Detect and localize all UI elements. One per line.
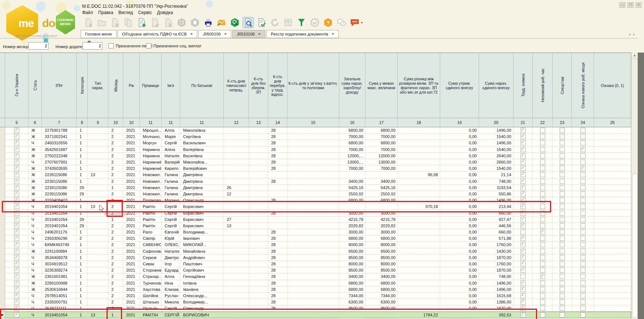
ozn_nov-checkbox[interactable]	[580, 229, 586, 235]
ozn_nov-checkbox[interactable]	[580, 166, 586, 171]
nepov-checkbox[interactable]	[540, 299, 545, 305]
minimize-icon[interactable]: —	[619, 2, 626, 8]
nepov-checkbox[interactable]	[540, 242, 545, 247]
table-row[interactable]: Ж22391150862922021Новожил...ГалинаДмитрі…	[0, 191, 631, 197]
ozn_nov-checkbox[interactable]	[580, 191, 586, 197]
trud_kn-checkbox[interactable]	[520, 172, 526, 177]
column-header-zag_suma[interactable]: Загальна сума нарах. заробітку/ доходу	[339, 53, 365, 118]
trud_kn-checkbox[interactable]	[520, 312, 526, 318]
trud_kn-checkbox[interactable]	[520, 191, 526, 197]
grn-checkbox[interactable]	[14, 166, 19, 171]
spec-checkbox[interactable]	[560, 281, 565, 286]
tab-Об'єднана звітність ПДФО та ЄСВ[interactable]: Об'єднана звітність ПДФО та ЄСВ✕	[118, 30, 198, 38]
table-row[interactable]: Ч3534408378122021СерковДмитроАндрійович2…	[0, 255, 631, 261]
grn-checkbox[interactable]	[14, 281, 19, 286]
trud_kn-checkbox[interactable]	[520, 140, 526, 145]
nepov-checkbox[interactable]	[540, 185, 545, 190]
tab-scroll-arrows[interactable]: ◂ ▸	[628, 32, 636, 37]
column-header-dni_nepr[interactable]: К-сть днів тимчасової непрац.	[224, 53, 249, 118]
tab-J0510106[interactable]: J0510106✕	[232, 30, 265, 38]
spec-checkbox[interactable]	[560, 242, 565, 247]
appendix-number-input[interactable]	[82, 42, 102, 50]
ozn_nov-checkbox[interactable]	[580, 287, 586, 292]
column-header-ozn_nov[interactable]: Ознака нового роб. місця	[572, 53, 594, 118]
grn-checkbox[interactable]	[14, 140, 19, 145]
main-menu-button[interactable]: ГОЛОВНЕ МЕНЮ	[54, 10, 77, 34]
ozn_nov-checkbox[interactable]	[580, 172, 586, 177]
trud_kn-checkbox[interactable]	[520, 281, 526, 286]
trud_kn-checkbox[interactable]	[520, 249, 526, 254]
column-header-suma_nar[interactable]: Сума нарах. єдиного внеску	[479, 53, 513, 118]
grn-checkbox[interactable]	[14, 312, 19, 318]
ozn_nov-checkbox[interactable]	[580, 306, 586, 311]
column-header-ipn[interactable]: ІПН	[42, 53, 77, 118]
table-row[interactable]: Ч20194010542912021РакітінСергійБорисович…	[0, 216, 631, 223]
column-header-rik[interactable]: Рік	[123, 53, 140, 118]
ozn_nov-checkbox[interactable]	[580, 223, 586, 228]
ozn_nov-checkbox[interactable]	[580, 236, 586, 241]
grn-checkbox[interactable]	[14, 211, 19, 216]
nepov-checkbox[interactable]	[540, 306, 545, 311]
trud_kn-checkbox[interactable]	[520, 166, 526, 171]
spec-checkbox[interactable]	[560, 223, 565, 228]
grn-checkbox[interactable]	[14, 293, 19, 298]
grn-checkbox[interactable]	[14, 134, 19, 139]
trud_kn-checkbox[interactable]	[520, 223, 526, 228]
trud_kn-checkbox[interactable]	[520, 153, 526, 158]
grn-checkbox[interactable]	[14, 185, 19, 190]
ozn_nov-checkbox[interactable]	[580, 179, 586, 184]
nepov-checkbox[interactable]	[540, 166, 545, 171]
close-icon[interactable]: ✕	[635, 2, 642, 8]
nepov-checkbox[interactable]	[540, 204, 545, 209]
table-row[interactable]: Ж2289100988122021ТурчиноваНінаІллівна286…	[0, 280, 631, 286]
table-row[interactable]: Ч2393306296222021СівілірЮрійІванович2868…	[0, 235, 631, 242]
column-header-dni_bez_zp[interactable]: К-сть днів без збереж. ЗП	[249, 53, 268, 118]
spec-checkbox[interactable]	[560, 312, 565, 318]
grn-checkbox[interactable]	[14, 191, 19, 197]
maximize-icon[interactable]: ❐	[627, 2, 634, 8]
nepov-checkbox[interactable]	[540, 134, 545, 139]
more-actions-icon[interactable]	[349, 17, 360, 28]
column-header-spec[interactable]: Спецстаж	[553, 53, 572, 118]
spec-checkbox[interactable]	[560, 204, 565, 209]
vertical-scrollbar[interactable]: ▲	[631, 53, 638, 319]
trud_kn-checkbox[interactable]	[520, 128, 526, 133]
menu-Сервіс[interactable]: Сервіс	[138, 10, 152, 15]
spec-checkbox[interactable]	[560, 198, 565, 203]
nepov-checkbox[interactable]	[540, 255, 545, 260]
ozn_nov-checkbox[interactable]	[580, 153, 586, 158]
trud_kn-checkbox[interactable]	[520, 242, 526, 247]
ozn_nov-checkbox[interactable]	[580, 134, 586, 139]
table-row[interactable]: Ж22391150862912021Новожил...ГалинаДмитрі…	[0, 185, 631, 191]
spec-checkbox[interactable]	[560, 140, 565, 145]
filter-icon[interactable]	[296, 17, 307, 28]
scrollbar-thumb[interactable]	[632, 174, 638, 318]
add-record-icon[interactable]	[136, 17, 147, 28]
table-row[interactable]: Ч2496201179122021РалоЄвгенійВолодимир...…	[0, 229, 631, 235]
trud_kn-checkbox[interactable]	[520, 211, 526, 216]
nepov-checkbox[interactable]	[540, 147, 545, 152]
table-row[interactable]: Ч201940105411322021РакітінСергійБорисови…	[0, 204, 631, 210]
nepov-checkbox[interactable]	[540, 179, 545, 184]
ozn_nov-checkbox[interactable]	[580, 255, 586, 260]
table-row[interactable]: Ч20194010542922021РакітінСергійБорисович…	[0, 223, 631, 229]
more-actions-dropdown-icon[interactable]: ▾	[361, 21, 363, 24]
table-row[interactable]: Ж3371002341122021Молчано...МаріяСергіївн…	[0, 134, 631, 140]
trud_kn-checkbox[interactable]	[520, 268, 526, 273]
nepov-checkbox[interactable]	[540, 140, 545, 145]
menu-Файл[interactable]: Файл	[82, 10, 93, 15]
nepov-checkbox[interactable]	[540, 287, 545, 292]
grn-checkbox[interactable]	[14, 204, 19, 209]
nepov-checkbox[interactable]	[540, 268, 545, 273]
table-row[interactable]: Ч2019401054122021РакітінСергійБорисович2…	[0, 210, 631, 216]
nepov-checkbox[interactable]	[540, 281, 545, 286]
spec-checkbox[interactable]	[560, 172, 565, 177]
column-header-imia[interactable]: Ім'я	[162, 53, 180, 118]
spec-checkbox[interactable]	[560, 255, 565, 260]
trud_kn-checkbox[interactable]	[520, 179, 526, 184]
nepov-checkbox[interactable]	[540, 172, 545, 177]
spec-checkbox[interactable]	[560, 166, 565, 171]
spec-checkbox[interactable]	[560, 306, 565, 311]
tab-J0500106[interactable]: J0500106✕	[198, 30, 231, 38]
menu-Правка[interactable]: Правка	[98, 10, 114, 15]
